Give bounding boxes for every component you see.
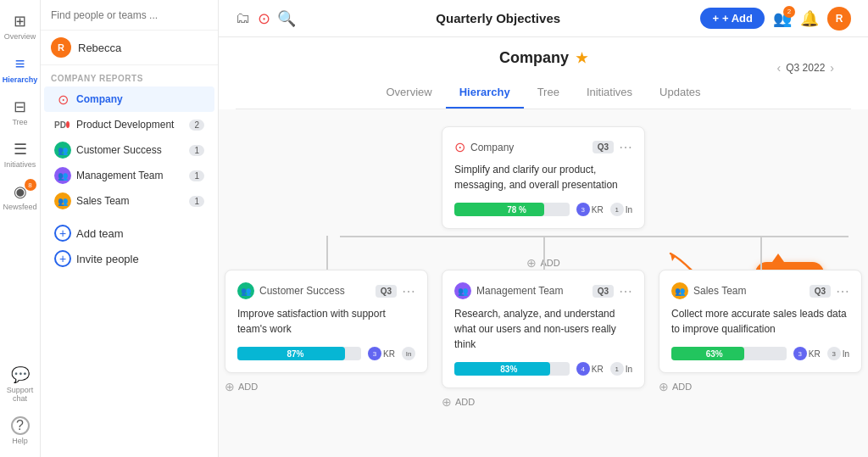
sidebar-item-help[interactable]: ? Help — [3, 411, 38, 450]
st-card-desc: Collect more accurate sales leads data t… — [671, 306, 849, 337]
st-icon: 👥 — [54, 192, 71, 209]
bell-icon: 🔔 — [800, 10, 819, 27]
company-in-circle: 1 — [610, 203, 624, 216]
mt-kr-label: KR — [592, 365, 604, 374]
st-kr-badge[interactable]: 3 KR — [793, 347, 821, 360]
search-icon[interactable]: 🔍 — [277, 9, 296, 28]
sidebar-item-overview[interactable]: ⊞ Overview — [3, 7, 38, 46]
tab-tree[interactable]: Tree — [524, 77, 573, 109]
cs-card-icon: 👥 — [237, 282, 254, 299]
support-icon: 💬 — [11, 365, 30, 384]
company-in-badge[interactable]: 1 In — [610, 203, 632, 216]
target-icon[interactable]: ⊙ — [258, 9, 270, 28]
mt-badge: Q3 — [593, 285, 614, 298]
quarter-prev-btn[interactable]: ‹ — [777, 61, 782, 75]
company-title: Company ★ — [236, 49, 851, 67]
mt-in-label: In — [626, 365, 632, 374]
cs-add-circle: ⊕ — [225, 380, 235, 393]
mt-kr-badge[interactable]: 4 KR — [576, 362, 604, 376]
mt-icon: 👥 — [54, 167, 71, 184]
mt-menu[interactable]: ⋯ — [619, 283, 632, 299]
hierarchy-content: ⊙ Company Q3 ⋯ Simplify and clarify our … — [219, 109, 868, 457]
add-team-icon: + — [54, 225, 71, 242]
pd-icon: PD — [54, 116, 71, 133]
mt-card-header: 👥 Management Team Q3 ⋯ — [454, 282, 632, 299]
user-avatar[interactable]: R — [827, 7, 851, 31]
sidebar-user[interactable]: R Rebecca — [41, 31, 218, 65]
hierarchy-icon: ≡ — [15, 54, 25, 74]
user-initials: R — [836, 13, 843, 25]
cs-in-badge[interactable]: In — [402, 347, 415, 360]
breadcrumb-icon[interactable]: 🗂 — [236, 9, 251, 27]
sidebar-item-company[interactable]: ⊙ Company — [44, 86, 214, 112]
search-area[interactable] — [41, 0, 218, 31]
mt-add-link[interactable]: ⊕ ADD — [442, 395, 645, 409]
sidebar-item-support[interactable]: 💬 Support chat — [3, 360, 38, 408]
cs-icon: 👥 — [54, 142, 71, 159]
sidebar-item-cs[interactable]: 👥 Customer Success 1 — [44, 137, 214, 163]
search-input[interactable] — [51, 9, 208, 21]
st-add-link[interactable]: ⊕ ADD — [659, 380, 862, 393]
company-kr-label: KR — [592, 205, 604, 215]
st-add-circle: ⊕ — [659, 380, 669, 393]
company-card-menu[interactable]: ⋯ — [619, 139, 632, 155]
st-in-circle: 3 — [827, 347, 841, 360]
cs-card: 👥 Customer Success Q3 ⋯ Improve satisfac… — [225, 270, 428, 373]
mt-in-badge[interactable]: 1 In — [610, 362, 632, 376]
bell-icon-btn[interactable]: 🔔 — [800, 9, 819, 28]
company-kr-circle: 3 — [576, 203, 590, 216]
main-content: 🗂 ⊙ 🔍 Quarterly Objectives + + Add 👥 2 🔔… — [219, 0, 868, 457]
company-card-header: ⊙ Company Q3 ⋯ — [454, 139, 632, 155]
company-progress-fill — [454, 203, 544, 216]
tab-initiatives[interactable]: Initiatives — [573, 77, 646, 109]
company-kr-badge[interactable]: 3 KR — [576, 203, 604, 216]
tab-updates[interactable]: Updates — [646, 77, 714, 109]
company-card-team: ⊙ Company — [454, 139, 514, 155]
st-kr-label: KR — [809, 349, 821, 359]
company-card: ⊙ Company Q3 ⋯ Simplify and clarify our … — [442, 126, 645, 229]
mt-card-team-label: Management Team — [476, 285, 564, 297]
st-progress-bg: 63% — [671, 347, 787, 360]
tooltip-arrow — [772, 254, 784, 262]
cs-menu[interactable]: ⋯ — [402, 283, 415, 299]
add-button[interactable]: + + Add — [700, 8, 765, 29]
invite-people-button[interactable]: + Invite people — [44, 246, 214, 271]
cs-add-link[interactable]: ⊕ ADD — [225, 380, 428, 393]
user-name: Rebecca — [78, 42, 121, 54]
tab-hierarchy[interactable]: Hierarchy — [446, 77, 524, 109]
company-name: Company — [499, 49, 569, 67]
newsfeed-label: Newsfeed — [3, 203, 36, 211]
sidebar-item-pd[interactable]: PD Product Development 2 — [44, 112, 214, 137]
sidebar-item-tree[interactable]: ⊟ Tree — [3, 92, 38, 131]
st-actions: Q3 ⋯ — [810, 283, 849, 299]
topbar-right: + + Add 👥 2 🔔 R — [700, 7, 851, 31]
cs-kr-badge[interactable]: 3 KR — [368, 347, 395, 360]
quarter-label: Q3 2022 — [786, 62, 825, 74]
topbar: 🗂 ⊙ 🔍 Quarterly Objectives + + Add 👥 2 🔔… — [219, 0, 868, 37]
quarter-nav: ‹ Q3 2022 › — [777, 61, 834, 75]
company-progress-label: 78 — [507, 205, 516, 215]
st-menu[interactable]: ⋯ — [836, 283, 849, 299]
add-team-button[interactable]: + Add team — [44, 220, 214, 246]
sidebar-item-st[interactable]: 👥 Sales Team 1 — [44, 188, 214, 214]
people-icon-btn[interactable]: 👥 2 — [773, 9, 792, 28]
bottom-cards-row: 👥 Customer Success Q3 ⋯ Improve satisfac… — [236, 270, 851, 409]
cs-in-circle: In — [402, 347, 415, 360]
st-card-wrap: 👥 Sales Team Q3 ⋯ Collect more accurate … — [659, 270, 862, 409]
st-label: Sales Team — [76, 195, 184, 207]
st-add-label: ADD — [672, 382, 692, 392]
cs-connector — [326, 236, 328, 270]
tabs: Overview Hierarchy Tree Initiatives Upda… — [236, 77, 851, 109]
mt-card: 👥 Management Team Q3 ⋯ Research, analyze… — [442, 270, 645, 388]
sidebar-item-hierarchy[interactable]: ≡ Hierarchy — [3, 49, 38, 89]
sidebar-item-newsfeed[interactable]: 8 ◉ Newsfeed — [3, 177, 38, 216]
sidebar-item-mt[interactable]: 👥 Management Team 1 — [44, 163, 214, 188]
st-in-badge[interactable]: 3 In — [827, 347, 849, 360]
tab-overview[interactable]: Overview — [372, 77, 445, 109]
company-label: Company — [76, 93, 204, 105]
sidebar-item-initiatives[interactable]: ☰ Initiatives — [3, 135, 38, 174]
mt-progress-bg: 83% — [454, 362, 570, 376]
company-header: Company ★ ‹ Q3 2022 › Overview Hierarchy… — [219, 37, 868, 109]
quarter-next-btn[interactable]: › — [830, 61, 834, 75]
star-icon[interactable]: ★ — [576, 50, 587, 66]
